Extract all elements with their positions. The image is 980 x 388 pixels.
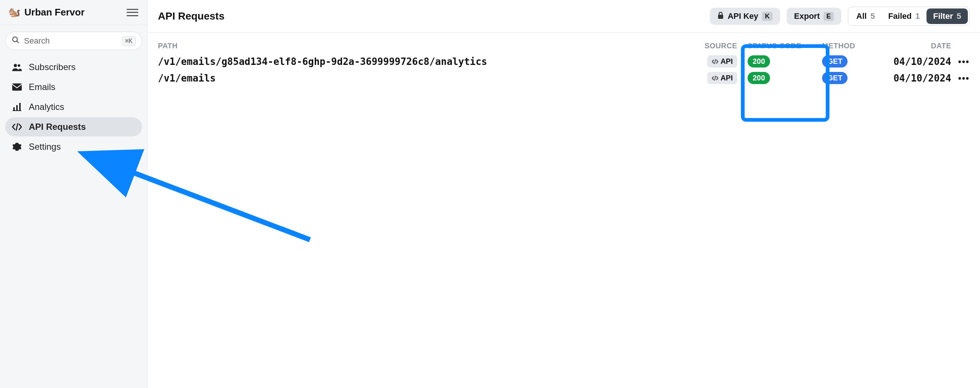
- row-date: 04/10/2024: [870, 56, 951, 67]
- export-label: Export: [794, 11, 820, 21]
- brand[interactable]: 🐿️ Urban Fervor: [9, 6, 84, 18]
- source-badge: API: [707, 72, 737, 84]
- svg-rect-5: [13, 107, 15, 110]
- code-icon: [712, 76, 718, 81]
- svg-rect-6: [16, 105, 18, 110]
- svg-line-9: [16, 124, 18, 130]
- sidebar-item-analytics[interactable]: Analytics: [5, 97, 142, 116]
- sidebar-item-label: Analytics: [29, 102, 64, 112]
- tab-label: All: [856, 11, 867, 21]
- sidebar-item-settings[interactable]: Settings: [5, 137, 142, 156]
- row-more-icon[interactable]: •••: [951, 73, 970, 83]
- search-placeholder: Search: [24, 36, 50, 46]
- tab-failed[interactable]: Failed 1: [881, 8, 926, 24]
- sidebar-item-label: Emails: [29, 82, 55, 92]
- sidebar-item-label: Settings: [29, 142, 61, 152]
- topbar: API Requests API Key K Export E All 5: [148, 0, 980, 33]
- search-input[interactable]: Search ⌘K: [5, 32, 142, 50]
- tab-count: 5: [957, 11, 961, 21]
- brand-logo-icon: 🐿️: [9, 7, 20, 18]
- table-row[interactable]: /v1/emails/g85ad134-elf8-6ghp-9d2a-36999…: [148, 53, 980, 70]
- api-key-label: API Key: [728, 11, 758, 21]
- svg-line-12: [714, 76, 716, 80]
- col-header-method: METHOD: [822, 42, 870, 50]
- api-key-button[interactable]: API Key K: [710, 8, 780, 25]
- col-header-source: SOURCE: [686, 42, 737, 50]
- export-shortcut: E: [824, 12, 834, 21]
- method-badge: GET: [822, 55, 848, 67]
- row-path: /v1/emails: [158, 73, 686, 84]
- tab-label: Filter: [933, 11, 953, 21]
- table-header-row: PATH SOURCE STATUS CODE METHOD DATE: [148, 33, 980, 53]
- status-badge: 200: [748, 72, 770, 84]
- chart-icon: [12, 103, 22, 111]
- sidebar-nav: Subscribers Emails Analytics API Request…: [0, 57, 147, 156]
- col-header-date: DATE: [870, 42, 951, 50]
- table-row[interactable]: /v1/emails API 200 GET 04/10/2024 •••: [148, 70, 980, 86]
- row-path: /v1/emails/g85ad134-elf8-6ghp-9d2a-36999…: [158, 56, 686, 67]
- svg-rect-7: [19, 103, 21, 110]
- tab-filter[interactable]: Filter 5: [926, 8, 968, 24]
- row-more-icon[interactable]: •••: [951, 56, 970, 67]
- sidebar: 🐿️ Urban Fervor Search ⌘K: [0, 0, 148, 388]
- main-content: API Requests API Key K Export E All 5: [148, 0, 980, 388]
- gear-icon: [12, 142, 22, 151]
- row-date: 04/10/2024: [870, 73, 951, 84]
- svg-rect-10: [718, 15, 723, 19]
- hamburger-icon[interactable]: [127, 9, 138, 16]
- method-badge: GET: [822, 72, 848, 84]
- users-icon: [12, 63, 22, 71]
- search-shortcut: ⌘K: [122, 36, 136, 46]
- sidebar-item-emails[interactable]: Emails: [5, 78, 142, 97]
- sidebar-item-subscribers[interactable]: Subscribers: [5, 57, 142, 77]
- tab-label: Failed: [888, 11, 912, 21]
- svg-rect-8: [13, 110, 21, 111]
- tab-all[interactable]: All 5: [850, 8, 881, 24]
- lock-icon: [717, 11, 724, 21]
- svg-line-1: [17, 41, 19, 43]
- code-icon: [12, 123, 22, 130]
- col-header-status: STATUS CODE: [737, 42, 822, 50]
- envelope-icon: [12, 83, 22, 91]
- status-badge: 200: [748, 55, 770, 67]
- sidebar-item-label: API Requests: [29, 122, 86, 132]
- sidebar-header: 🐿️ Urban Fervor: [0, 0, 147, 25]
- source-badge: API: [707, 55, 737, 67]
- svg-line-11: [714, 59, 716, 64]
- col-header-path: PATH: [158, 42, 686, 50]
- svg-point-3: [18, 64, 20, 67]
- tab-count: 5: [870, 11, 875, 21]
- code-icon: [712, 59, 718, 64]
- svg-rect-4: [12, 83, 22, 91]
- sidebar-item-api-requests[interactable]: API Requests: [5, 117, 142, 137]
- page-title: API Requests: [158, 10, 225, 22]
- svg-point-2: [14, 64, 17, 67]
- sidebar-item-label: Subscribers: [29, 62, 76, 72]
- export-button[interactable]: Export E: [787, 8, 841, 25]
- api-key-shortcut: K: [762, 12, 773, 21]
- tab-count: 1: [915, 11, 920, 21]
- brand-name: Urban Fervor: [24, 6, 84, 18]
- filter-tabs: All 5 Failed 1 Filter 5: [848, 6, 970, 26]
- search-icon: [11, 36, 19, 46]
